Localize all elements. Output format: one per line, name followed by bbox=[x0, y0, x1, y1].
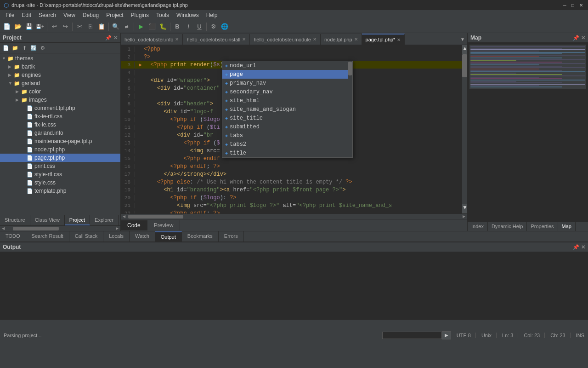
project-hscrollbar[interactable]: ◀ ▶ bbox=[0, 225, 120, 231]
output-tab-bookmarks[interactable]: Bookmarks bbox=[182, 231, 219, 242]
status-search-button[interactable]: ▶ bbox=[442, 331, 451, 339]
code-hscroll-right[interactable]: ▶ bbox=[461, 214, 467, 219]
tab-hello-module[interactable]: hello_codelobster.module ✕ bbox=[250, 34, 321, 45]
tree-item-images[interactable]: ▶ 📁 images bbox=[0, 96, 120, 104]
code-hscroll-thumb[interactable] bbox=[128, 215, 183, 218]
new-file-button[interactable]: 📄 bbox=[2, 22, 12, 32]
ac-item-site-html[interactable]: ◈ site_html bbox=[222, 96, 352, 105]
save-all-button[interactable]: 💾+ bbox=[35, 22, 45, 32]
menu-file[interactable]: File bbox=[2, 11, 18, 19]
right-tab-index[interactable]: Index bbox=[468, 222, 488, 231]
tab-hello-install[interactable]: hello_codelobster.install ✕ bbox=[183, 34, 250, 45]
tree-item-maintenance[interactable]: ▶ 📄 maintenance-page.tpl.p bbox=[0, 137, 120, 145]
editor-tab-code[interactable]: Code bbox=[121, 220, 147, 230]
save-button[interactable]: 💾 bbox=[24, 22, 34, 32]
debug-button[interactable]: 🐛 bbox=[158, 22, 168, 32]
tree-item-engines[interactable]: ▶ 📁 engines bbox=[0, 71, 120, 79]
vscroll-up-arrow[interactable]: ▲ bbox=[462, 45, 467, 54]
code-hscroll-left[interactable]: ◀ bbox=[121, 214, 127, 219]
replace-button[interactable]: ⇄ bbox=[122, 22, 132, 32]
output-tab-output[interactable]: Output bbox=[155, 231, 182, 242]
tree-item-bartik[interactable]: ▶ 📁 bartik bbox=[0, 63, 120, 71]
code-editor[interactable]: 1 <?php 2 ?> 3 ▶ <?php print rende bbox=[121, 45, 462, 213]
proj-tab-classview[interactable]: Class View bbox=[30, 215, 65, 225]
tree-item-template-php[interactable]: ▶ 📄 template.php bbox=[0, 187, 120, 195]
code-hscroll-track[interactable] bbox=[128, 215, 460, 218]
proj-tab-structure[interactable]: Structure bbox=[0, 215, 30, 225]
tab-node-tpl[interactable]: node.tpl.php ✕ bbox=[321, 34, 362, 45]
run-button[interactable]: ▶ bbox=[136, 22, 146, 32]
ac-item-page[interactable]: ◈ page bbox=[222, 70, 352, 79]
map-pin-icon[interactable]: 📌 bbox=[573, 35, 579, 41]
hscroll-right-arrow[interactable]: ▶ bbox=[114, 226, 120, 231]
tree-item-comment-tpl[interactable]: ▶ 📄 comment.tpl.php bbox=[0, 104, 120, 112]
tree-item-style-css[interactable]: ▶ 📄 style.css bbox=[0, 178, 120, 187]
output-tab-call-stack[interactable]: Call Stack bbox=[69, 231, 104, 242]
tab-close-hello-info[interactable]: ✕ bbox=[175, 37, 179, 42]
cut-button[interactable]: ✂ bbox=[74, 22, 85, 32]
tree-item-fix-ie[interactable]: ▶ 📄 fix-ie.css bbox=[0, 121, 120, 129]
ac-item-site-title[interactable]: ◈ site_title bbox=[222, 114, 352, 122]
menu-windows[interactable]: Windows bbox=[173, 11, 203, 19]
tree-item-garland[interactable]: ▼ 📁 garland bbox=[0, 79, 120, 87]
project-close-icon[interactable]: ✕ bbox=[113, 35, 118, 41]
close-button[interactable]: ✕ bbox=[578, 2, 584, 8]
proj-filter-button[interactable]: ⚙ bbox=[39, 44, 47, 52]
tree-item-garland-info[interactable]: ▶ 📄 garland.info bbox=[0, 129, 120, 137]
italic-button[interactable]: I bbox=[183, 22, 193, 32]
menu-edit[interactable]: Edit bbox=[18, 11, 35, 19]
ac-item-title[interactable]: ◈ title bbox=[222, 149, 352, 157]
right-tab-properties[interactable]: Properties bbox=[527, 222, 558, 231]
output-tab-locals[interactable]: Locals bbox=[103, 231, 130, 242]
paste-button[interactable]: 📋 bbox=[96, 22, 107, 32]
tree-item-node-tpl[interactable]: ▶ 📄 node.tpl.php bbox=[0, 145, 120, 154]
tree-item-page-tpl[interactable]: ▶ 📄 page.tpl.php bbox=[0, 154, 120, 162]
menu-plugins[interactable]: Plugins bbox=[127, 11, 153, 19]
redo-button[interactable]: ↪ bbox=[60, 22, 70, 32]
tree-item-fix-ie-rtl[interactable]: ▶ 📄 fix-ie-rtl.css bbox=[0, 112, 120, 121]
tab-close-hello-module[interactable]: ✕ bbox=[313, 37, 317, 42]
output-tab-errors[interactable]: Errors bbox=[219, 231, 244, 242]
ac-item-site-name-slogan[interactable]: ◈ site_name_and_slogan bbox=[222, 105, 352, 114]
ac-item-secondary-nav[interactable]: ◈ secondary_nav bbox=[222, 87, 352, 96]
ac-item-node-url[interactable]: ◈ node_url bbox=[222, 61, 352, 70]
browser-button[interactable]: 🌐 bbox=[220, 22, 230, 32]
vscroll-thumb[interactable] bbox=[462, 54, 467, 77]
menu-debug[interactable]: Debug bbox=[79, 11, 102, 19]
output-tab-todo[interactable]: TODO bbox=[0, 231, 26, 242]
proj-tab-explorer[interactable]: Explorer bbox=[90, 215, 119, 225]
output-pin-icon[interactable]: 📌 bbox=[573, 244, 579, 250]
bold-button[interactable]: B bbox=[172, 22, 182, 32]
proj-up-button[interactable]: ⬆ bbox=[20, 44, 28, 52]
tree-item-color[interactable]: ▶ 📁 color bbox=[0, 87, 120, 96]
right-tab-dynamic-help[interactable]: Dynamic Help bbox=[488, 222, 527, 231]
minimize-button[interactable]: ─ bbox=[561, 2, 568, 8]
tree-item-print-css[interactable]: ▶ 📄 print.css bbox=[0, 162, 120, 170]
proj-new-button[interactable]: 📄 bbox=[2, 44, 10, 52]
hscroll-track[interactable] bbox=[13, 227, 107, 230]
undo-button[interactable]: ↩ bbox=[49, 22, 59, 32]
tab-close-page-tpl[interactable]: ✕ bbox=[397, 37, 401, 42]
hscroll-left-arrow[interactable]: ◀ bbox=[0, 226, 6, 231]
search-button[interactable]: 🔍 bbox=[111, 22, 121, 32]
project-pin-icon[interactable]: 📌 bbox=[105, 35, 112, 41]
map-close-icon[interactable]: ✕ bbox=[581, 35, 585, 41]
maximize-button[interactable]: □ bbox=[570, 2, 576, 8]
menu-help[interactable]: Help bbox=[203, 11, 221, 19]
editor-tab-preview[interactable]: Preview bbox=[147, 220, 181, 230]
proj-folder-button[interactable]: 📁 bbox=[11, 44, 19, 52]
open-button[interactable]: 📂 bbox=[13, 22, 23, 32]
ac-item-tabs2[interactable]: ◈ tabs2 bbox=[222, 140, 352, 149]
settings-button[interactable]: ⚙ bbox=[209, 22, 219, 32]
code-hscrollbar[interactable]: ◀ ▶ bbox=[121, 213, 467, 219]
status-search-input[interactable] bbox=[382, 332, 442, 339]
right-tab-map[interactable]: Map bbox=[558, 222, 576, 231]
code-vscrollbar[interactable]: ▲ ▼ bbox=[462, 45, 467, 213]
menu-view[interactable]: View bbox=[60, 11, 79, 19]
ac-scroll-thumb[interactable] bbox=[348, 62, 352, 75]
tab-close-node-tpl[interactable]: ✕ bbox=[354, 37, 358, 42]
tree-item-themes[interactable]: ▼ 📁 themes bbox=[0, 54, 120, 63]
proj-refresh-button[interactable]: 🔄 bbox=[29, 44, 38, 52]
ac-item-primary-nav[interactable]: ◈ primary_nav bbox=[222, 79, 352, 87]
underline-button[interactable]: U bbox=[194, 22, 204, 32]
